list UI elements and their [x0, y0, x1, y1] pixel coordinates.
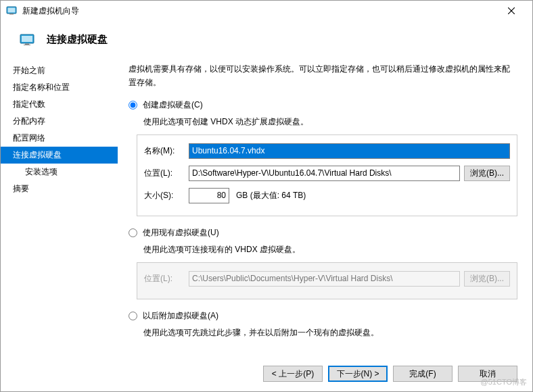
svg-rect-7 [25, 43, 29, 45]
create-disk-form: 名称(M): 位置(L): 浏览(B)... 大小(S): GB (最大值: 6… [137, 134, 517, 216]
radio-create[interactable] [129, 101, 137, 109]
option-later-label: 以后附加虚拟硬盘(A) [143, 310, 218, 322]
option-create-desc: 使用此选项可创建 VHDX 动态扩展虚拟硬盘。 [143, 116, 517, 128]
option-existing-label: 使用现有虚拟硬盘(U) [143, 227, 219, 239]
window-title: 新建虚拟机向导 [22, 5, 496, 17]
next-button[interactable]: 下一步(N) > [328, 366, 388, 382]
watermark: @51CTO博客 [481, 377, 527, 387]
svg-rect-2 [9, 14, 14, 15]
svg-rect-8 [24, 45, 30, 45]
option-attach-later: 以后附加虚拟硬盘(A) 使用此选项可先跳过此步骤，并在以后附加一个现有的虚拟硬盘… [129, 310, 517, 339]
existing-disk-form: 位置(L): C:\Users\Public\Documents\Hyper-V… [137, 262, 517, 299]
option-create-disk: 创建虚拟硬盘(C) 使用此选项可创建 VHDX 动态扩展虚拟硬盘。 名称(M):… [129, 99, 517, 216]
sidebar-item-generation[interactable]: 指定代数 [1, 96, 118, 113]
option-existing-desc: 使用此选项可连接现有的 VHDX 虚拟硬盘。 [143, 244, 517, 255]
wizard-button-bar: < 上一步(P) 下一步(N) > 完成(F) 取消 [263, 366, 517, 382]
option-existing-disk: 使用现有虚拟硬盘(U) 使用此选项可连接现有的 VHDX 虚拟硬盘。 位置(L)… [129, 227, 517, 299]
sidebar-item-summary[interactable]: 摘要 [1, 180, 118, 197]
sidebar-item-before-begin[interactable]: 开始之前 [1, 62, 118, 79]
name-label: 名称(M): [144, 145, 185, 157]
existing-location-label: 位置(L): [144, 273, 185, 285]
svg-rect-6 [22, 36, 32, 42]
option-create-label: 创建虚拟硬盘(C) [143, 99, 203, 111]
monitor-icon [20, 34, 34, 46]
wizard-header: 连接虚拟硬盘 [1, 21, 532, 57]
wizard-steps-sidebar: 开始之前 指定名称和位置 指定代数 分配内存 配置网络 连接虚拟硬盘 安装选项 … [1, 57, 118, 360]
sidebar-item-name-location[interactable]: 指定名称和位置 [1, 79, 118, 96]
sidebar-item-connect-disk[interactable]: 连接虚拟硬盘 [1, 147, 118, 164]
close-button[interactable] [496, 1, 527, 21]
page-title: 连接虚拟硬盘 [47, 33, 108, 46]
app-icon [6, 5, 17, 16]
titlebar: 新建虚拟机向导 [1, 1, 532, 21]
wizard-content: 虚拟机需要具有存储，以便可以安装操作系统。可以立即指定存储，也可以稍后通过修改虚… [118, 57, 532, 360]
close-icon [508, 7, 515, 14]
intro-text: 虚拟机需要具有存储，以便可以安装操作系统。可以立即指定存储，也可以稍后通过修改虚… [129, 62, 517, 90]
radio-existing[interactable] [129, 228, 137, 237]
sidebar-item-install-options[interactable]: 安装选项 [1, 164, 118, 180]
radio-later[interactable] [129, 312, 137, 320]
location-label: 位置(L): [144, 168, 185, 179]
svg-rect-1 [8, 8, 16, 13]
sidebar-item-network[interactable]: 配置网络 [1, 130, 118, 147]
browse-button-disabled: 浏览(B)... [464, 271, 510, 287]
size-label: 大小(S): [144, 190, 185, 201]
finish-button[interactable]: 完成(F) [393, 366, 453, 382]
option-later-desc: 使用此选项可先跳过此步骤，并在以后附加一个现有的虚拟硬盘。 [143, 327, 517, 339]
size-unit: GB (最大值: 64 TB) [236, 190, 306, 201]
location-input[interactable] [189, 166, 460, 181]
browse-button[interactable]: 浏览(B)... [464, 166, 510, 181]
existing-location-input: C:\Users\Public\Documents\Hyper-V\Virtua… [189, 271, 460, 287]
option-later-head[interactable]: 以后附加虚拟硬盘(A) [129, 310, 517, 322]
sidebar-item-memory[interactable]: 分配内存 [1, 113, 118, 130]
size-input[interactable] [189, 188, 229, 203]
option-create-head[interactable]: 创建虚拟硬盘(C) [129, 99, 517, 111]
back-button[interactable]: < 上一步(P) [263, 366, 323, 382]
option-existing-head[interactable]: 使用现有虚拟硬盘(U) [129, 227, 517, 239]
name-input[interactable] [189, 143, 510, 159]
